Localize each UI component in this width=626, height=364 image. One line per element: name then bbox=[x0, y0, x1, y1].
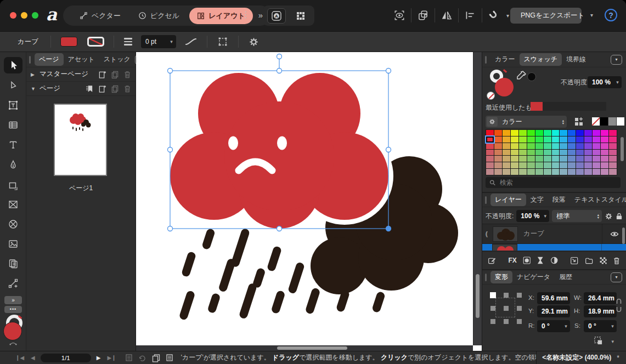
add-master-icon[interactable] bbox=[98, 70, 106, 79]
rectangle-tool[interactable] bbox=[4, 178, 22, 194]
palette-gear-icon[interactable] bbox=[487, 117, 498, 127]
swatch-cell[interactable] bbox=[535, 162, 543, 168]
panel-menu-button[interactable]: ▾ bbox=[611, 272, 622, 282]
swatch-cell[interactable] bbox=[593, 169, 600, 175]
stroke-width-input[interactable]: 0 pt ▾ bbox=[141, 35, 176, 48]
swatch-cell[interactable] bbox=[511, 130, 518, 136]
vector-crop-tool[interactable] bbox=[4, 275, 22, 292]
swatch-cell[interactable] bbox=[535, 169, 543, 175]
tab-assets[interactable]: アセット bbox=[64, 53, 99, 66]
pressure-icon[interactable] bbox=[185, 37, 197, 47]
swatch-cell[interactable] bbox=[519, 156, 527, 162]
swatch-cell[interactable] bbox=[494, 150, 502, 156]
swatch-cell[interactable] bbox=[584, 143, 592, 149]
opacity-dropdown[interactable]: 100 % ▾ bbox=[588, 76, 622, 88]
swatch-cell[interactable] bbox=[576, 130, 584, 136]
pages-section[interactable]: ▼ ページ bbox=[26, 82, 136, 96]
swatch-cell[interactable] bbox=[584, 156, 592, 162]
swatch-cell[interactable] bbox=[601, 162, 608, 168]
transform-mode-icon[interactable] bbox=[594, 336, 603, 345]
swatch-cell[interactable] bbox=[519, 162, 527, 168]
swatch-cell[interactable] bbox=[519, 130, 527, 136]
tools-more-button[interactable]: ••• bbox=[4, 306, 22, 313]
swatch-cell[interactable] bbox=[609, 143, 617, 149]
fill-stroke-indicator[interactable] bbox=[487, 70, 517, 100]
persona-vector[interactable]: ベクター bbox=[72, 8, 128, 24]
swatch-cell[interactable] bbox=[503, 136, 510, 143]
swatch-cell[interactable] bbox=[576, 143, 584, 149]
page-indicator-field[interactable]: 1/1 bbox=[41, 354, 91, 362]
artistic-text-tool[interactable] bbox=[4, 136, 22, 153]
table-tool[interactable] bbox=[4, 117, 22, 133]
snapping-chevron[interactable]: ▾ bbox=[506, 13, 509, 19]
tab-layers[interactable]: レイヤー bbox=[490, 194, 526, 206]
export-button[interactable]: PNGをエクスポート bbox=[510, 8, 582, 24]
swatch-cell[interactable] bbox=[552, 162, 560, 168]
horizontal-scrollbar[interactable] bbox=[136, 345, 473, 351]
swatch-cell[interactable] bbox=[593, 130, 600, 136]
swatch-cell[interactable] bbox=[511, 156, 518, 162]
swatch-white[interactable] bbox=[617, 117, 624, 126]
swatch-cell[interactable] bbox=[544, 150, 551, 156]
swatch-grid-scrollbar[interactable] bbox=[621, 137, 624, 161]
mask-icon[interactable] bbox=[523, 256, 531, 265]
panel-drag-handle[interactable] bbox=[29, 56, 31, 64]
fill-color-circle[interactable] bbox=[3, 322, 22, 340]
swatch-none[interactable] bbox=[592, 117, 600, 126]
swatch-cell[interactable] bbox=[544, 143, 551, 149]
swatch-cell[interactable] bbox=[609, 162, 617, 168]
swatch-cell[interactable] bbox=[511, 150, 518, 156]
layers-opacity-dropdown[interactable]: 100 %▾ bbox=[516, 210, 549, 222]
tab-pages[interactable]: ページ bbox=[35, 53, 64, 66]
swatch-cell[interactable] bbox=[519, 169, 527, 175]
swatch-cell[interactable] bbox=[503, 169, 510, 175]
swatch-cell[interactable] bbox=[535, 130, 543, 136]
stroke-swatch[interactable] bbox=[87, 37, 104, 47]
swatch-cell[interactable] bbox=[503, 130, 510, 136]
tab-text-styles[interactable]: テキストスタイル bbox=[570, 194, 626, 206]
export-chevron[interactable]: ▾ bbox=[590, 12, 593, 18]
swatch-cell[interactable] bbox=[609, 156, 617, 162]
swatch-cell[interactable] bbox=[544, 162, 551, 168]
swatch-cell[interactable] bbox=[576, 136, 584, 143]
transform-mode-chevron[interactable]: ▾ bbox=[611, 339, 614, 344]
rotate-spread-icon[interactable] bbox=[138, 354, 146, 362]
panel-drag-handle[interactable] bbox=[485, 274, 487, 281]
swap-colors-icon[interactable] bbox=[9, 342, 18, 346]
swatch-cell[interactable] bbox=[568, 162, 576, 168]
swatch-cell[interactable] bbox=[560, 143, 567, 149]
swatch-cell[interactable] bbox=[494, 169, 502, 175]
next-page-button[interactable]: ▶ bbox=[93, 355, 104, 361]
panel-menu-button[interactable]: ▾ bbox=[611, 55, 622, 65]
single-page-icon[interactable] bbox=[125, 354, 133, 362]
swatch-cell[interactable] bbox=[552, 136, 560, 143]
tab-swatches[interactable]: スウォッチ bbox=[520, 53, 562, 66]
swatch-cell[interactable] bbox=[519, 136, 527, 143]
move-into-layer-icon[interactable] bbox=[570, 256, 578, 265]
swatch-cell[interactable] bbox=[584, 130, 592, 136]
swatch-cell[interactable] bbox=[527, 169, 535, 175]
tab-color[interactable]: カラー bbox=[490, 53, 520, 66]
panel-drag-handle[interactable] bbox=[485, 196, 487, 204]
adjustment-icon[interactable] bbox=[550, 256, 558, 265]
search-input[interactable] bbox=[499, 178, 617, 187]
swatch-cell[interactable] bbox=[486, 150, 494, 156]
swatch-cell[interactable] bbox=[560, 136, 567, 143]
swatch-gray[interactable] bbox=[608, 117, 616, 126]
studio-presets-button[interactable] bbox=[291, 8, 310, 24]
anchor-point-selector[interactable] bbox=[490, 292, 522, 324]
swatch-cell[interactable] bbox=[544, 130, 551, 136]
swatch-cell[interactable] bbox=[552, 130, 560, 136]
swatch-cell[interactable] bbox=[568, 130, 576, 136]
first-page-button[interactable]: ❙◀ bbox=[12, 355, 27, 361]
swatch-cell[interactable] bbox=[576, 169, 584, 175]
fill-swatch[interactable] bbox=[60, 37, 77, 47]
persona-pixel[interactable]: ピクセル bbox=[131, 8, 187, 24]
swatch-cell[interactable] bbox=[544, 136, 551, 143]
swatch-cell[interactable] bbox=[593, 156, 600, 162]
swatch-cell[interactable] bbox=[609, 130, 617, 136]
help-icon[interactable]: ? bbox=[605, 9, 617, 21]
pen-tool[interactable] bbox=[4, 157, 22, 173]
swatch-cell[interactable] bbox=[544, 169, 551, 175]
page-name[interactable]: ページ1 bbox=[26, 184, 136, 193]
